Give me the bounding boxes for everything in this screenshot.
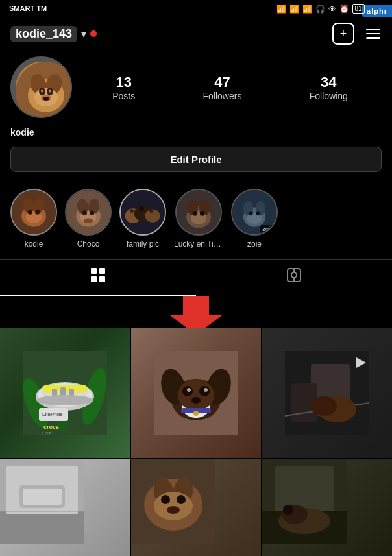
arrow-overlay <box>0 296 392 328</box>
highlight-circle-kodie <box>10 189 57 236</box>
battery-indicator: 81 <box>352 4 365 14</box>
following-stat[interactable]: 34 Following <box>310 74 348 101</box>
highlight-circle-lucky <box>175 189 222 236</box>
wifi-icon: 📶 <box>302 5 312 14</box>
svg-point-39 <box>200 211 205 216</box>
highlight-circle-zoie: zoie <box>231 189 278 236</box>
tagged-icon <box>286 267 302 287</box>
svg-rect-47 <box>91 268 97 274</box>
followers-count: 47 <box>202 74 241 91</box>
svg-point-24 <box>90 210 95 215</box>
svg-point-23 <box>82 210 88 215</box>
highlight-label-zoie: zoie <box>247 239 262 248</box>
zoie-label-badge: zoie <box>260 225 275 233</box>
svg-point-104 <box>177 495 186 504</box>
tab-grid[interactable] <box>0 260 196 296</box>
svg-point-90 <box>311 396 337 416</box>
photo-cell-video[interactable] <box>262 328 392 458</box>
photo-cell-r2c1[interactable] <box>0 459 130 556</box>
grid-icon <box>90 267 106 287</box>
profile-name: kodie <box>0 127 392 147</box>
headphone-icon: 🎧 <box>315 5 325 14</box>
photo-cell-r2c3[interactable] <box>262 459 392 556</box>
svg-point-82 <box>191 397 201 404</box>
svg-point-111 <box>283 505 293 515</box>
svg-point-10 <box>43 97 49 101</box>
hamburger-line-1 <box>366 29 380 30</box>
highlight-choco[interactable]: Choco <box>65 189 112 248</box>
eye-icon: 👁 <box>328 5 336 14</box>
avatar[interactable] <box>10 56 72 118</box>
highlight-zoie[interactable]: zoie zoie <box>231 189 278 248</box>
signal-icon-2: 📶 <box>289 5 299 14</box>
following-count: 34 <box>310 74 348 91</box>
svg-point-32 <box>149 209 153 213</box>
shoe-image: LitePride crocs LITE <box>0 328 130 458</box>
svg-point-46 <box>256 212 260 216</box>
svg-rect-50 <box>99 276 105 282</box>
puppy-image <box>131 328 261 458</box>
svg-point-80 <box>187 388 191 392</box>
svg-rect-48 <box>99 268 105 274</box>
highlight-label-choco: Choco <box>77 239 100 248</box>
svg-point-45 <box>249 212 253 216</box>
posts-label: Posts <box>112 91 135 101</box>
highlight-label-family: family pic <box>127 239 159 248</box>
highlight-lucky[interactable]: Lucky en Tim... <box>174 189 223 248</box>
highlights-row: kodie Choco <box>0 182 392 259</box>
video-image <box>262 328 392 458</box>
highlight-family[interactable]: family pic <box>119 189 166 248</box>
svg-point-103 <box>161 495 170 504</box>
menu-button[interactable] <box>365 27 382 40</box>
tab-tagged[interactable] <box>196 260 392 296</box>
svg-point-17 <box>35 210 40 215</box>
svg-rect-49 <box>91 276 97 282</box>
posts-stat[interactable]: 13 Posts <box>112 74 135 101</box>
hamburger-line-3 <box>366 37 380 39</box>
followers-stat[interactable]: 47 Followers <box>202 74 241 101</box>
notification-dot <box>90 30 97 37</box>
svg-text:crocs: crocs <box>43 424 59 430</box>
nav-icons: + <box>332 23 382 45</box>
chevron-down-icon[interactable]: ▾ <box>81 28 86 40</box>
highlight-circle-choco <box>65 189 112 236</box>
highlight-label-kodie: kodie <box>25 239 43 248</box>
alarm-icon: ⏰ <box>339 5 349 14</box>
svg-point-7 <box>41 89 43 92</box>
svg-point-30 <box>130 209 134 213</box>
photo-cell-puppy[interactable] <box>131 328 261 458</box>
svg-point-52 <box>291 272 297 278</box>
highlight-circle-family <box>119 189 166 236</box>
tab-bar <box>0 259 392 296</box>
photo-cell-r2c2[interactable] <box>131 459 261 556</box>
carrier-text: SMART TM <box>9 5 47 13</box>
svg-point-105 <box>167 506 180 514</box>
svg-point-16 <box>28 210 33 215</box>
username-area[interactable]: kodie_143 ▾ <box>10 26 97 42</box>
photo-cell-shoe[interactable]: LitePride crocs LITE <box>0 328 130 458</box>
svg-point-84 <box>193 411 199 416</box>
username-label: kodie_143 <box>10 26 77 42</box>
add-post-button[interactable]: + <box>332 23 354 45</box>
profile-section: 13 Posts 47 Followers 34 Following <box>0 50 392 127</box>
svg-rect-97 <box>23 489 62 505</box>
svg-text:LitePride: LitePride <box>42 411 63 417</box>
avatar-image <box>16 62 67 114</box>
svg-rect-107 <box>275 466 334 511</box>
top-nav: kodie_143 ▾ + <box>0 18 392 50</box>
svg-rect-64 <box>52 389 57 396</box>
stats-row: 13 Posts 47 Followers 34 Following <box>72 74 382 101</box>
svg-rect-65 <box>60 387 66 396</box>
status-bar: SMART TM 📶 📶 📶 🎧 👁 ⏰ 81 9:30 <box>0 0 392 18</box>
highlight-kodie[interactable]: kodie <box>10 189 57 248</box>
edit-profile-button[interactable]: Edit Profile <box>10 147 382 172</box>
svg-point-67 <box>36 395 93 405</box>
photo-grid: LitePride crocs LITE <box>0 328 392 556</box>
hamburger-line-2 <box>366 33 380 35</box>
highlight-label-lucky: Lucky en Tim... <box>174 239 223 248</box>
following-label: Following <box>310 91 348 101</box>
followers-label: Followers <box>202 91 241 101</box>
svg-point-31 <box>139 206 144 212</box>
signal-icon: 📶 <box>276 5 286 14</box>
svg-point-77 <box>178 380 214 411</box>
